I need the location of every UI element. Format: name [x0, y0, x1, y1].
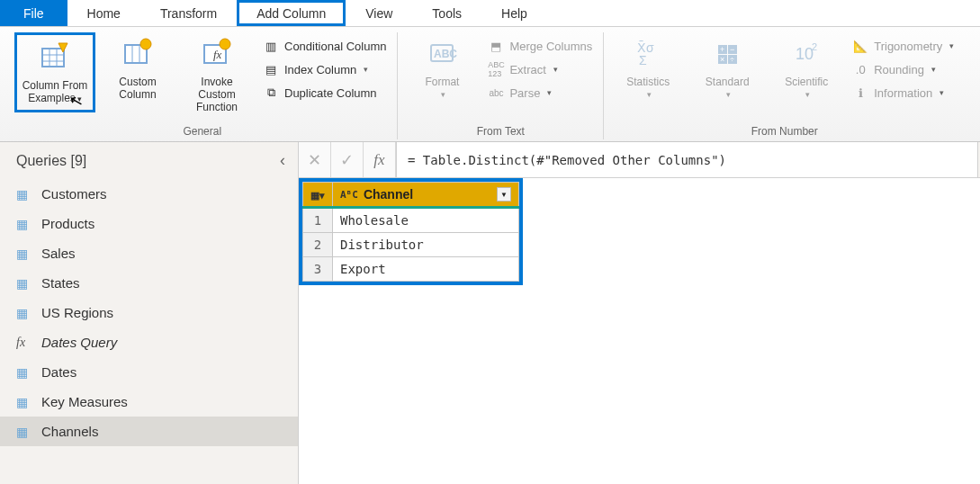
text-type-icon: AᴮC: [340, 189, 358, 201]
menu-view[interactable]: View: [346, 0, 412, 26]
table-icon: ▦: [16, 246, 32, 261]
dropdown-caret-icon: ▾: [547, 88, 552, 97]
highlight-data-grid: ▦▾ AᴮC Channel ▼: [299, 178, 523, 285]
svg-text:ABC: ABC: [434, 48, 457, 60]
format-icon: ABC: [424, 36, 460, 72]
query-list: ▦Customers▦Products▦Sales▦States▦US Regi…: [0, 179, 298, 484]
formula-bar: ✕ ✓ fx: [299, 142, 980, 178]
index-column-button[interactable]: ▤ Index Column ▾: [259, 59, 390, 79]
dropdown-caret-icon: ▾: [364, 65, 368, 74]
table-select-all[interactable]: ▦▾: [303, 183, 333, 208]
information-button[interactable]: ℹ Information ▾: [849, 83, 958, 103]
table-row[interactable]: 2Distributor: [303, 233, 519, 257]
table-icon: ▦: [16, 217, 32, 231]
fx-icon: fx: [373, 151, 384, 169]
svg-text:Σ: Σ: [639, 53, 647, 67]
query-item[interactable]: ▦US Regions: [0, 298, 298, 327]
menu-tools[interactable]: Tools: [412, 0, 481, 26]
information-label: Information: [874, 86, 932, 100]
cell-value[interactable]: Export: [333, 257, 519, 282]
main-pane: ✕ ✓ fx ▦▾ AᴮC Ch: [299, 142, 980, 484]
duplicate-column-button[interactable]: ⧉ Duplicate Column: [259, 83, 390, 103]
menu-file[interactable]: File: [0, 0, 67, 26]
table-icon: ▦▾: [310, 190, 325, 201]
rounding-icon: .0: [852, 61, 868, 77]
dropdown-caret-icon: ▾: [77, 94, 82, 103]
table-icon: ▦: [16, 395, 32, 409]
svg-text:÷: ÷: [730, 55, 734, 64]
check-icon: ✓: [340, 150, 354, 170]
format-button[interactable]: ABC Format ▾: [405, 32, 479, 104]
query-item[interactable]: ▦States: [0, 268, 298, 298]
index-column-label: Index Column: [284, 63, 356, 76]
svg-text:2: 2: [812, 41, 817, 52]
chevron-down-icon: ▼: [500, 191, 508, 199]
formula-fx-button[interactable]: fx: [364, 142, 396, 177]
table-icon: ▦: [16, 425, 32, 439]
extract-button[interactable]: ABC123 Extract ▾: [484, 59, 596, 79]
cell-value[interactable]: Distributor: [333, 233, 519, 257]
trigonometry-button[interactable]: 📐 Trigonometry ▾: [849, 36, 958, 56]
collapse-queries-icon[interactable]: ‹: [280, 151, 285, 170]
formula-input[interactable]: [396, 142, 978, 177]
parse-button[interactable]: abc Parse ▾: [484, 83, 596, 103]
ribbon: Column From Examples▾ ↖ Custom Column: [0, 27, 980, 142]
invoke-custom-function-icon: fx: [199, 36, 235, 72]
rounding-button[interactable]: .0 Rounding ▾: [849, 59, 958, 79]
extract-icon: ABC123: [488, 61, 504, 77]
menu-home[interactable]: Home: [67, 0, 140, 26]
column-filter-button[interactable]: ▼: [497, 187, 511, 202]
formula-cancel-button[interactable]: ✕: [299, 142, 331, 177]
query-item[interactable]: fxDates Query: [0, 327, 298, 357]
query-item[interactable]: ▦Dates: [0, 357, 298, 387]
standard-icon: + − × ÷: [709, 36, 745, 72]
formula-commit-button[interactable]: ✓: [331, 142, 364, 177]
table-icon: ▦: [16, 365, 32, 380]
query-item[interactable]: ▦Channels: [0, 417, 298, 446]
row-number[interactable]: 2: [303, 233, 333, 257]
cell-value[interactable]: Wholesale: [333, 208, 519, 233]
query-item-label: Customers: [41, 186, 107, 202]
merge-columns-button[interactable]: ⬒ Merge Columns: [484, 36, 596, 56]
scientific-button[interactable]: 10 2 Scientific ▾: [769, 32, 843, 104]
data-grid: ▦▾ AᴮC Channel ▼: [302, 182, 519, 282]
query-item-label: Products: [41, 216, 94, 231]
dropdown-caret-icon: ▾: [805, 88, 810, 101]
duplicate-column-icon: ⧉: [263, 85, 279, 101]
scientific-label: Scientific: [785, 76, 828, 88]
dropdown-caret-icon: ▾: [940, 88, 944, 97]
custom-column-button[interactable]: Custom Column: [101, 32, 175, 104]
column-from-examples-label-2: Examples: [28, 92, 76, 104]
column-header-channel[interactable]: AᴮC Channel ▼: [333, 183, 519, 208]
query-item[interactable]: ▦Key Measures: [0, 387, 298, 417]
menu-add-column[interactable]: Add Column: [237, 0, 346, 26]
conditional-column-button[interactable]: ▥ Conditional Column: [259, 36, 390, 56]
query-item[interactable]: ▦Products: [0, 209, 298, 238]
invoke-custom-function-button[interactable]: fx Invoke Custom Function: [180, 32, 254, 117]
custom-column-icon: [120, 36, 156, 72]
query-item[interactable]: ▦Customers: [0, 179, 298, 209]
query-item[interactable]: ▦Sales: [0, 238, 298, 268]
menu-transform[interactable]: Transform: [140, 0, 237, 26]
queries-title: Queries [9]: [16, 153, 86, 169]
highlight-column-from-examples: Column From Examples▾ ↖: [14, 32, 95, 112]
row-number[interactable]: 1: [303, 208, 333, 233]
column-from-examples-button[interactable]: Column From Examples▾: [18, 36, 92, 109]
standard-button[interactable]: + − × ÷ Standard ▾: [690, 32, 764, 104]
table-row[interactable]: 1Wholesale: [303, 208, 519, 233]
parse-label: Parse: [509, 86, 540, 100]
statistics-button[interactable]: X̄σ Σ Statistics ▾: [611, 32, 685, 104]
ribbon-group-general: Column From Examples▾ ↖ Custom Column: [7, 32, 398, 139]
table-icon: ▦: [16, 276, 32, 291]
query-item-label: Dates Query: [41, 335, 117, 350]
dropdown-caret-icon: ▾: [726, 88, 731, 101]
table-row[interactable]: 3Export: [303, 257, 519, 282]
menu-help[interactable]: Help: [481, 0, 547, 26]
format-label: Format: [425, 76, 459, 88]
svg-text:fx: fx: [213, 48, 222, 61]
row-number[interactable]: 3: [303, 257, 333, 282]
trigonometry-label: Trigonometry: [874, 40, 942, 53]
query-item-label: Sales: [41, 246, 76, 261]
ribbon-group-from-number: X̄σ Σ Statistics ▾ + − × ÷ Standard: [604, 32, 965, 139]
merge-columns-icon: ⬒: [488, 38, 504, 54]
